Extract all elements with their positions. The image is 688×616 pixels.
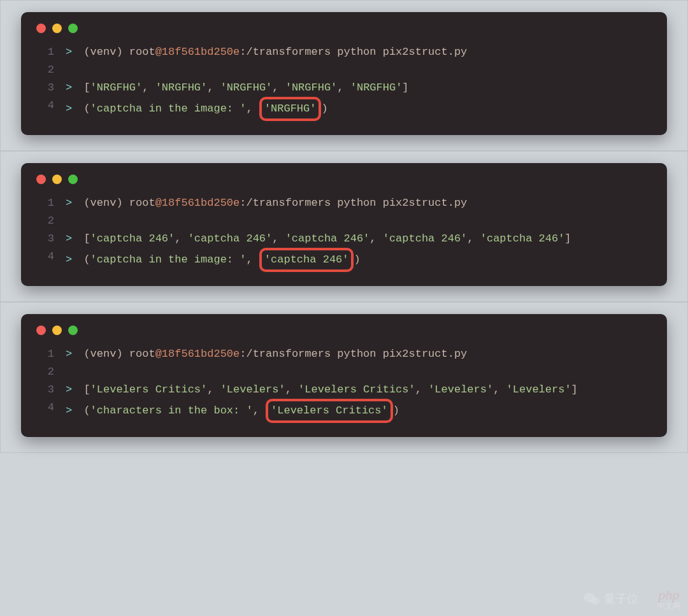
watermark-php-text: php: [659, 588, 680, 602]
prompt-chevron: >: [66, 233, 78, 245]
list-item: 'Levelers Critics': [298, 383, 415, 396]
venv-label: (venv): [83, 348, 129, 360]
line-content: > ('captcha in the image: ', 'NRGFHG'): [66, 97, 328, 121]
line-number: 1: [36, 345, 54, 363]
prompt-chevron: >: [66, 82, 78, 94]
list-item: 'NRGFHG': [350, 82, 403, 94]
svg-point-1: [591, 597, 599, 605]
list-item: 'Levelers Critics': [90, 383, 208, 396]
command-path: :/transformers python pix2struct.py: [240, 197, 467, 209]
paren-open: (: [83, 405, 90, 417]
watermark-group: 量子位 php 中文网: [584, 588, 680, 610]
line-content: > ['NRGFHG', 'NRGFHG', 'NRGFHG', 'NRGFHG…: [66, 79, 409, 97]
red-traffic-light-icon[interactable]: [36, 175, 46, 184]
prompt-chevron: >: [66, 348, 78, 360]
command-path: :/transformers python pix2struct.py: [240, 348, 467, 360]
list-item: 'Levelers': [220, 383, 285, 396]
at-symbol: @: [155, 348, 162, 360]
page-root: 1> (venv) root@18f561bd250e:/transformer…: [0, 0, 688, 453]
terminal-line: 2: [36, 363, 652, 381]
prompt-chevron: >: [66, 46, 78, 58]
highlight-value: 'Levelers Critics': [271, 405, 388, 417]
prompt-chevron: >: [66, 254, 78, 266]
window-controls: [36, 326, 652, 335]
red-traffic-light-icon[interactable]: [36, 326, 46, 335]
prompt-chevron: >: [66, 197, 78, 209]
list-item: 'NRGFHG': [220, 82, 273, 94]
paren-open: (: [83, 254, 90, 266]
yellow-traffic-light-icon[interactable]: [52, 24, 62, 33]
line-number: 2: [36, 212, 54, 230]
green-traffic-light-icon[interactable]: [68, 24, 78, 33]
comma: ,: [369, 233, 382, 245]
comma: ,: [493, 383, 506, 396]
terminal-line: 1> (venv) root@18f561bd250e:/transformer…: [36, 43, 652, 61]
yellow-traffic-light-icon[interactable]: [52, 326, 62, 335]
line-content: > ('captcha in the image: ', 'captcha 24…: [66, 248, 361, 272]
line-number: 1: [36, 194, 54, 212]
bracket-open: [: [83, 82, 90, 94]
comma: ,: [207, 383, 220, 396]
list-item: 'NRGFHG': [155, 82, 208, 94]
watermark-wechat: 量子位: [584, 591, 638, 606]
comma: ,: [207, 82, 220, 94]
terminal-line: 2: [36, 212, 652, 230]
bracket-open: [: [83, 233, 90, 245]
comma: ,: [337, 82, 350, 94]
terminal-window: 1> (venv) root@18f561bd250e:/transformer…: [21, 12, 667, 135]
bracket-close: ]: [571, 383, 578, 396]
comma: ,: [253, 405, 266, 417]
terminal-line: 4> ('captcha in the image: ', 'captcha 2…: [36, 248, 652, 272]
tuple-label: 'characters in the box: ': [90, 405, 253, 417]
highlight-box: 'NRGFHG': [259, 97, 322, 121]
terminal-window: 1> (venv) root@18f561bd250e:/transformer…: [21, 314, 667, 437]
prompt-chevron: >: [66, 405, 78, 417]
green-traffic-light-icon[interactable]: [68, 175, 78, 184]
terminal-line: 3> ['NRGFHG', 'NRGFHG', 'NRGFHG', 'NRGFH…: [36, 79, 652, 97]
window-controls: [36, 24, 652, 33]
comma: ,: [175, 233, 187, 245]
terminal-line: 2: [36, 61, 652, 79]
window-controls: [36, 175, 652, 184]
line-number: 1: [36, 43, 54, 61]
terminal-line: 1> (venv) root@18f561bd250e:/transformer…: [36, 345, 652, 363]
highlight-value: 'captcha 246': [264, 254, 349, 266]
line-content: > (venv) root@18f561bd250e:/transformers…: [66, 194, 467, 212]
line-content: > ['Levelers Critics', 'Levelers', 'Leve…: [66, 381, 578, 399]
paren-close: ): [354, 254, 360, 266]
terminal-section: 1> (venv) root@18f561bd250e:/transformer…: [0, 302, 688, 453]
line-number: 4: [36, 399, 54, 417]
terminal-section: 1> (venv) root@18f561bd250e:/transformer…: [0, 151, 688, 302]
comma: ,: [246, 103, 259, 115]
at-symbol: @: [155, 197, 162, 209]
list-item: 'captcha 246': [285, 233, 370, 245]
yellow-traffic-light-icon[interactable]: [52, 175, 62, 184]
line-number: 2: [36, 363, 54, 381]
green-traffic-light-icon[interactable]: [68, 326, 78, 335]
highlight-box: 'Levelers Critics': [266, 399, 393, 423]
user-text: root: [129, 197, 155, 209]
line-number: 4: [36, 97, 54, 115]
terminal-section: 1> (venv) root@18f561bd250e:/transformer…: [0, 0, 688, 151]
line-number: 2: [36, 61, 54, 79]
tuple-label: 'captcha in the image: ': [90, 103, 247, 115]
line-number: 3: [36, 230, 54, 248]
list-item: 'captcha 246': [188, 233, 273, 245]
terminal-line: 4> ('characters in the box: ', 'Levelers…: [36, 399, 652, 423]
paren-open: (: [83, 103, 90, 115]
list-item: 'captcha 246': [480, 233, 565, 245]
user-text: root: [129, 46, 155, 58]
bracket-open: [: [83, 383, 90, 396]
venv-label: (venv): [83, 197, 129, 209]
terminal-line: 3> ['captcha 246', 'captcha 246', 'captc…: [36, 230, 652, 248]
terminal-window: 1> (venv) root@18f561bd250e:/transformer…: [21, 163, 667, 286]
comma: ,: [246, 254, 259, 266]
line-number: 3: [36, 381, 54, 399]
red-traffic-light-icon[interactable]: [36, 24, 46, 33]
line-number: 3: [36, 79, 54, 97]
wechat-icon: [584, 592, 600, 606]
list-item: 'Levelers': [506, 383, 571, 396]
highlight-box: 'captcha 246': [259, 248, 354, 272]
paren-close: ): [393, 405, 399, 417]
line-content: > (venv) root@18f561bd250e:/transformers…: [66, 43, 467, 61]
